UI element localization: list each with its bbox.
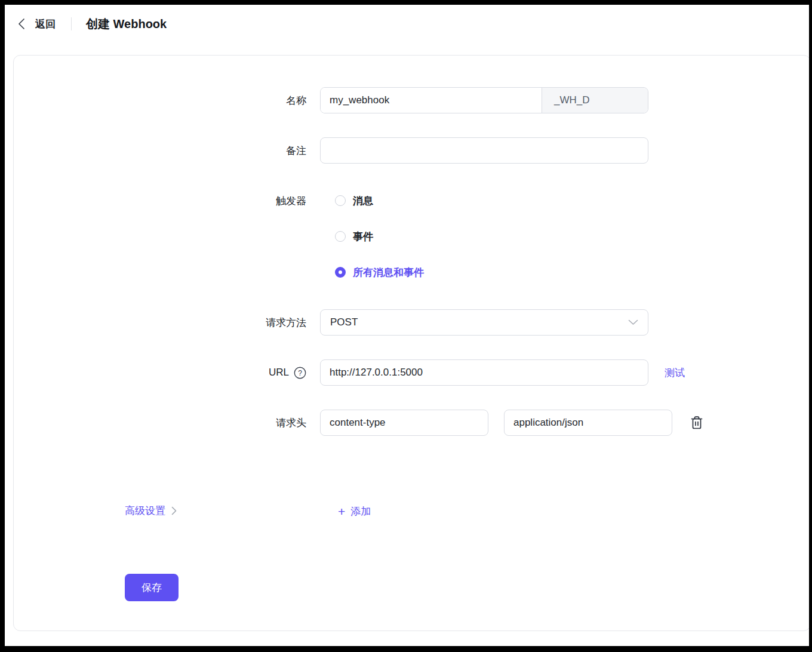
back-button[interactable]: 返回 [35, 17, 56, 31]
trigger-row-message: 触发器 消息 [14, 193, 810, 208]
headers-label: 请求头 [14, 416, 320, 430]
method-row: 请求方法 POST [14, 309, 810, 336]
advanced-settings-link[interactable]: 高级设置 [125, 503, 177, 518]
url-input[interactable] [320, 359, 648, 386]
chevron-right-icon [171, 506, 177, 515]
radio-option-message[interactable]: 消息 [335, 194, 373, 208]
url-label-wrap: URL ? [14, 367, 320, 379]
note-row: 备注 [14, 137, 810, 164]
trigger-row-event: 事件 [14, 229, 810, 244]
note-label: 备注 [14, 144, 320, 158]
radio-option-all[interactable]: 所有消息和事件 [335, 266, 424, 279]
trigger-label: 触发器 [14, 194, 320, 208]
radio-selected-icon[interactable] [335, 267, 346, 278]
name-input[interactable] [321, 88, 542, 113]
window: 返回 创建 Webhook 名称 _WH_D 备注 触发器 消息 [0, 0, 812, 652]
help-circle-icon[interactable]: ? [294, 367, 306, 379]
chevron-down-icon [628, 319, 638, 325]
add-header-button[interactable]: + 添加 [338, 505, 371, 518]
name-suffix: _WH_D [542, 88, 648, 113]
header-divider [71, 17, 72, 30]
radio-option-label: 所有消息和事件 [353, 266, 424, 279]
page-title: 创建 Webhook [86, 16, 167, 32]
trash-icon[interactable] [690, 416, 703, 430]
save-button[interactable]: 保存 [125, 574, 179, 601]
radio-option-label: 事件 [353, 230, 373, 244]
name-row: 名称 _WH_D [14, 87, 810, 113]
advanced-settings-label: 高级设置 [125, 504, 165, 518]
test-link[interactable]: 测试 [665, 366, 685, 380]
add-label: 添加 [350, 505, 371, 518]
radio-unselected-icon[interactable] [335, 195, 346, 206]
svg-text:?: ? [298, 368, 302, 377]
name-input-group: _WH_D [320, 87, 648, 113]
url-row: URL ? 测试 [14, 359, 810, 386]
method-select-value: POST [330, 316, 358, 328]
method-label: 请求方法 [14, 316, 320, 330]
plus-icon: + [338, 505, 345, 518]
name-label: 名称 [14, 94, 320, 107]
note-input[interactable] [320, 137, 648, 164]
headers-row: 请求头 [14, 410, 810, 436]
url-label: URL [269, 367, 289, 379]
method-select[interactable]: POST [320, 309, 648, 336]
trigger-row-all: 所有消息和事件 [14, 265, 810, 279]
form-card: 名称 _WH_D 备注 触发器 消息 事件 [13, 55, 811, 631]
radio-option-label: 消息 [353, 194, 373, 208]
header-value-input[interactable] [504, 410, 672, 436]
radio-unselected-icon[interactable] [335, 231, 346, 242]
page-header: 返回 创建 Webhook [5, 5, 167, 43]
chevron-left-icon[interactable] [18, 18, 25, 30]
radio-option-event[interactable]: 事件 [335, 230, 373, 244]
header-key-input[interactable] [320, 410, 488, 436]
